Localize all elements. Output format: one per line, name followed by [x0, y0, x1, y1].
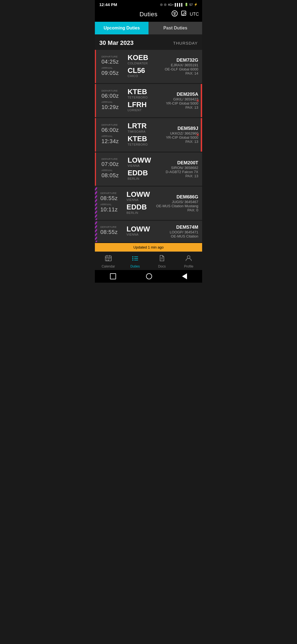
home-button[interactable]: [146, 273, 152, 279]
svg-rect-13: [108, 260, 109, 261]
aircraft: YR-CIP Global 5000: [160, 135, 198, 140]
departure-time: 08:55z: [100, 195, 124, 201]
edit-icon[interactable]: [181, 10, 187, 18]
flight-times: DEPARTURE 04:25z ARRIVAL 09:05z: [101, 54, 125, 79]
arrival-time: 09:05z: [101, 70, 125, 76]
nav-item-calendar[interactable]: Calendar: [95, 255, 122, 268]
from-name: VIENNA: [127, 198, 153, 201]
svg-point-16: [132, 258, 133, 259]
aircraft: OE-GLF Global 6000: [160, 67, 198, 71]
flight-card[interactable]: DEPARTURE 04:25z ARRIVAL 09:05z KOEB COL…: [95, 50, 202, 83]
red-right-indicator: [201, 84, 202, 117]
charging-icon: ⚡: [194, 3, 198, 6]
from-name: VIENNA: [127, 233, 157, 236]
pax: PAX: 14: [160, 71, 198, 75]
flight-info: DEM574M LOOGP/ 3645471 OE-MUS Citation: [160, 225, 198, 238]
location2-icon: ◎: [164, 3, 167, 6]
to-name: BERLIN: [128, 177, 157, 180]
tab-upcoming[interactable]: Upcoming Duties: [95, 22, 148, 34]
nav-item-docs[interactable]: Docs: [148, 255, 175, 268]
recents-button[interactable]: [110, 273, 116, 279]
flight-times: DEPARTURE 06:00z ARRIVAL 12:34z: [101, 122, 125, 148]
svg-point-22: [187, 256, 190, 258]
back-button[interactable]: [182, 273, 187, 279]
departure-time: 07:00z: [101, 161, 125, 167]
duties-icon: [131, 255, 139, 263]
flight-routes: KOEB COLDWATER CL56 CHICO: [125, 54, 160, 79]
profile-icon: [185, 255, 192, 263]
flight-card[interactable]: DEPARTURE 07:00z ARRIVAL 08:05z LOWW VIE…: [95, 152, 202, 186]
flight-ref: LOOGP/ 3645471: [160, 230, 198, 234]
arrival-time: 10:29z: [101, 104, 125, 110]
filter-icon[interactable]: [171, 10, 178, 18]
from-code: KOEB: [128, 54, 157, 62]
app-header: Duties UTC: [95, 8, 202, 22]
departure-label: DEPARTURE: [101, 124, 125, 126]
flight-info: DEM200T SIRON/ 3658682 D-AGBT2 Falcon 7X…: [160, 156, 198, 182]
nav-item-profile[interactable]: Profile: [175, 255, 202, 268]
docs-icon: [158, 255, 166, 263]
from-code: LOWW: [127, 190, 153, 198]
flight-times: DEPARTURE 07:00z ARRIVAL 08:05z: [101, 156, 125, 182]
location-icon: ◎: [160, 3, 163, 6]
flight-info: DEM205A GIKIL/ 3659422 YR-CIP Global 500…: [160, 88, 198, 113]
svg-rect-9: [106, 258, 107, 259]
date-display: 30 Mar 2023: [99, 39, 134, 47]
departure-label: DEPARTURE: [101, 158, 125, 160]
from-code: LOWW: [128, 156, 157, 164]
nav-label-docs: Docs: [158, 264, 166, 268]
flight-number: DEM686G: [156, 194, 198, 200]
svg-rect-12: [106, 260, 107, 261]
departure-time: 06:00z: [101, 93, 125, 99]
to-code: KTEB: [128, 135, 157, 143]
purple-stripe-indicator: [95, 187, 97, 220]
pax: PAX: 13: [160, 140, 198, 144]
flight-times: DEPARTURE 06:00z ARRIVAL 10:29z: [101, 88, 125, 113]
departure-time: 04:25z: [101, 59, 125, 65]
x-badge: ✕: [196, 99, 199, 103]
flight-info: DEM589J UKKOZ/ 3662960 YR-CIP Global 500…: [160, 122, 198, 148]
svg-rect-11: [109, 258, 110, 259]
network-label: 4G+: [168, 3, 174, 6]
system-nav-bar: [95, 270, 202, 283]
pax: PAX: 13: [160, 105, 198, 110]
flight-card[interactable]: DEPARTURE 08:55z LOWW VIENNA DEM574M LOO…: [95, 221, 202, 242]
utc-label: UTC: [190, 12, 199, 17]
flight-card[interactable]: DEPARTURE 08:55z ARRIVAL 10:11z LOWW VIE…: [95, 187, 202, 220]
departure-label: DEPARTURE: [100, 226, 124, 228]
svg-point-14: [132, 256, 133, 257]
aircraft: D-AGBT2 Falcon 7X: [160, 170, 198, 174]
from-code: LOWW: [127, 225, 157, 233]
calendar-icon: [105, 255, 112, 263]
flight-number: DEM574M: [160, 225, 198, 230]
arrival-label: ARRIVAL: [100, 203, 124, 206]
status-time: 12:44 PM: [99, 2, 117, 7]
aircraft: OE-MUS Citation Mustang: [156, 204, 198, 208]
from-name: COLDWATER: [128, 62, 157, 65]
svg-point-18: [132, 260, 133, 261]
arrival-label: ARRIVAL: [101, 135, 125, 138]
flight-ref: SIRON/ 3658682: [160, 166, 198, 170]
pax: PAX: 13: [160, 174, 198, 178]
flight-routes: LOWW VIENNA EDDB BERLIN: [124, 190, 156, 216]
departure-label: DEPARTURE: [101, 89, 125, 92]
status-bar: 12:44 PM ◎ ◎ 4G+ ▌▌▌▌ 🔋 57 ⚡: [95, 0, 202, 8]
header-actions: UTC: [171, 10, 199, 18]
to-name: TETERBORO: [128, 143, 157, 146]
day-display: THURSDAY: [173, 41, 198, 45]
flight-number: DEM205A: [160, 92, 198, 97]
nav-label-profile: Profile: [184, 264, 193, 268]
bottom-nav: Calendar Duties Docs: [95, 252, 202, 270]
nav-item-duties[interactable]: Duties: [122, 255, 149, 268]
flight-ref: EJRAX/ 3655191: [160, 63, 198, 67]
flight-number: DEM200T: [160, 160, 198, 166]
flight-info: DEM686G JUGIS/ 3645467 OE-MUS Citation M…: [156, 190, 198, 216]
flight-times: DEPARTURE 08:55z: [100, 225, 124, 238]
flight-card[interactable]: DEPARTURE 06:00z ARRIVAL 12:34z LRTR TIM…: [95, 118, 202, 151]
tab-past[interactable]: Past Duties: [148, 22, 202, 34]
flight-card[interactable]: DEPARTURE 06:00z ARRIVAL 10:29z KTEB TET…: [95, 84, 202, 117]
flight-ref: JUGIS/ 3645467: [156, 200, 198, 204]
from-code: LRTR: [128, 122, 157, 130]
aircraft: YR-CIP Global 5000: [160, 101, 198, 105]
to-name: LORIENT: [128, 108, 157, 112]
